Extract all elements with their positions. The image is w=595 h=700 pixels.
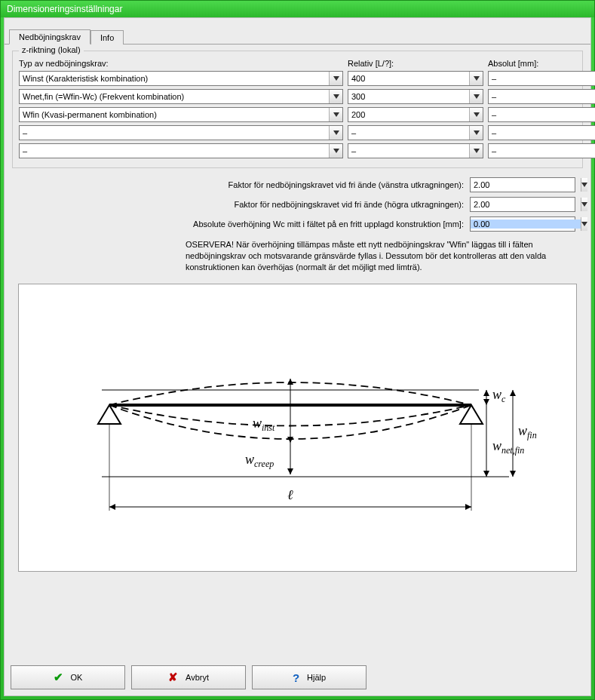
- header-relativ: Relativ [L/?]:: [348, 59, 483, 68]
- tab-info[interactable]: Info: [90, 30, 124, 45]
- combo-rel-0-input[interactable]: [348, 74, 469, 83]
- dropdown-icon[interactable]: [329, 126, 342, 140]
- dropdown-icon[interactable]: [329, 108, 342, 121]
- combo-camber[interactable]: [470, 216, 575, 232]
- combo-abs-0-input[interactable]: [489, 74, 595, 83]
- label-left-cantilever: Faktor för nedböjningskravet vid fri änd…: [228, 180, 464, 189]
- combo-abs-4[interactable]: [488, 143, 595, 158]
- combo-type-3[interactable]: [19, 125, 343, 140]
- combo-rel-4-input[interactable]: [348, 146, 469, 155]
- note-text: OSERVERA! När överhöjning tillämpas måst…: [12, 239, 583, 281]
- dropdown-icon[interactable]: [581, 178, 587, 192]
- combo-type-2[interactable]: [19, 107, 343, 122]
- header-absolut: Absolut [mm]:: [488, 59, 578, 68]
- dropdown-icon[interactable]: [469, 108, 483, 121]
- combo-abs-2-input[interactable]: [489, 110, 595, 119]
- close-icon: ✘: [168, 671, 178, 684]
- combo-rel-4[interactable]: [348, 143, 483, 158]
- help-button-label: Hjälp: [307, 673, 326, 682]
- combo-rel-3[interactable]: [348, 125, 483, 140]
- combo-rel-2-input[interactable]: [348, 110, 469, 119]
- dropdown-icon[interactable]: [469, 144, 483, 158]
- header-type: Typ av nedböjningskrav:: [19, 59, 343, 68]
- combo-camber-input[interactable]: [471, 220, 581, 229]
- combo-left-cantilever-input[interactable]: [471, 180, 581, 189]
- window-title: Dimensioneringsinställningar: [1, 1, 594, 17]
- combo-rel-2[interactable]: [348, 107, 483, 122]
- tab-nedbojningskrav[interactable]: Nedböjningskrav: [9, 29, 90, 45]
- combo-type-4[interactable]: [19, 143, 343, 158]
- combo-type-1-input[interactable]: [20, 92, 329, 101]
- deflection-diagram: winst wcreep wc wnet,fin wfin ℓ: [18, 284, 577, 572]
- ok-button[interactable]: ✔ OK: [11, 665, 125, 689]
- cancel-button[interactable]: ✘ Avbryt: [131, 665, 246, 689]
- svg-text:wcreep: wcreep: [245, 452, 274, 469]
- svg-text:winst: winst: [253, 416, 275, 433]
- svg-text:wc: wc: [492, 387, 506, 404]
- help-button[interactable]: ? Hjälp: [252, 665, 367, 689]
- combo-right-cantilever[interactable]: [470, 197, 575, 212]
- group-label: z-riktning (lokal): [19, 45, 84, 54]
- dropdown-icon[interactable]: [581, 217, 587, 231]
- label-right-cantilever: Faktor för nedböjningskravet vid fri änd…: [234, 200, 464, 209]
- combo-type-2-input[interactable]: [20, 110, 329, 119]
- combo-abs-1-input[interactable]: [489, 92, 595, 101]
- combo-rel-0[interactable]: [348, 71, 483, 86]
- combo-right-cantilever-input[interactable]: [471, 200, 581, 209]
- svg-text:wnet,fin: wnet,fin: [492, 438, 524, 456]
- combo-rel-1-input[interactable]: [348, 92, 469, 101]
- dropdown-icon[interactable]: [329, 144, 342, 158]
- help-icon: ?: [293, 671, 299, 684]
- combo-rel-1[interactable]: [348, 89, 483, 104]
- dropdown-icon[interactable]: [469, 72, 483, 85]
- ok-button-label: OK: [71, 673, 83, 682]
- combo-type-0[interactable]: [19, 71, 343, 86]
- combo-type-3-input[interactable]: [20, 128, 329, 137]
- combo-abs-3[interactable]: [488, 125, 595, 140]
- group-z-riktning: z-riktning (lokal) Typ av nedböjningskra…: [12, 51, 583, 168]
- tabstrip: Nedböjningskrav Info: [5, 18, 590, 45]
- svg-text:wfin: wfin: [518, 423, 537, 441]
- combo-abs-0[interactable]: [488, 71, 595, 86]
- dropdown-icon[interactable]: [329, 72, 342, 85]
- dropdown-icon[interactable]: [469, 126, 483, 140]
- combo-type-4-input[interactable]: [20, 146, 329, 155]
- combo-abs-3-input[interactable]: [489, 128, 595, 137]
- combo-abs-1[interactable]: [488, 89, 595, 104]
- dropdown-icon[interactable]: [581, 198, 587, 211]
- combo-type-0-input[interactable]: [20, 74, 329, 83]
- combo-rel-3-input[interactable]: [348, 128, 469, 137]
- dropdown-icon[interactable]: [469, 90, 483, 103]
- check-icon: ✔: [54, 671, 63, 684]
- combo-type-1[interactable]: [19, 89, 343, 104]
- combo-abs-4-input[interactable]: [489, 146, 595, 155]
- cancel-button-label: Avbryt: [186, 673, 209, 682]
- dropdown-icon[interactable]: [329, 90, 342, 103]
- combo-left-cantilever[interactable]: [470, 177, 575, 192]
- label-camber: Absolute överhöjning Wc mitt i fältet på…: [193, 220, 464, 229]
- svg-text:ℓ: ℓ: [287, 487, 293, 502]
- combo-abs-2[interactable]: [488, 107, 595, 122]
